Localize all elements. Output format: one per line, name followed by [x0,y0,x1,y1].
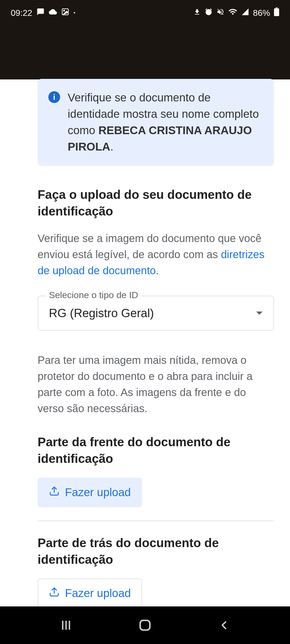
signal-icon [241,8,249,18]
cloud-icon [49,8,57,18]
divider [38,521,274,521]
battery-icon [274,8,279,18]
id-type-label: Selecione o tipo de ID [46,290,142,300]
chevron-down-icon [256,312,263,315]
upload-front-label: Fazer upload [65,486,131,499]
back-section-title: Parte de trás do documento de identifica… [38,535,274,568]
front-section-title: Parte da frente do documento de identifi… [38,434,274,467]
back-button[interactable] [217,619,231,632]
id-type-value: RG (Registro Geral) [49,306,154,320]
mute-icon [216,8,224,18]
svg-rect-3 [276,8,277,8]
home-button[interactable] [138,618,152,632]
dot-icon: • [74,10,75,16]
image-instructions: Para ter uma imagem mais nítida, remova … [38,352,274,416]
info-icon: i [48,91,60,103]
upload-icon [49,486,60,499]
status-right: 86% [193,7,279,19]
recents-button[interactable] [59,619,73,632]
upload-back-label: Fazer upload [65,587,131,600]
info-suffix: . [110,140,114,153]
upload-desc-suffix: . [156,265,159,276]
content-area: i Verifique se o documento de identidade… [0,79,290,644]
header-dark [0,26,290,79]
status-time: 09:22 [11,8,32,18]
id-type-select-container: Selecione o tipo de ID RG (Registro Gera… [38,296,274,331]
wifi-icon [228,7,237,19]
image-icon [61,8,69,18]
alarm-icon [205,8,213,18]
upload-front-button[interactable]: Fazer upload [38,478,142,507]
battery-percent: 86% [253,8,270,18]
upload-description: Verifique se a imagem do documento que v… [38,230,274,279]
upload-icon [49,587,60,600]
upload-back-button[interactable]: Fazer upload [38,579,142,608]
status-left: 09:22 • [11,8,75,18]
svg-rect-2 [274,8,279,16]
upload-section-title: Faça o upload do seu documento de identi… [38,186,274,219]
svg-rect-9 [140,620,150,630]
download-icon [193,8,201,18]
message-icon [37,8,45,18]
id-type-select[interactable]: RG (Registro Geral) [38,296,274,331]
info-text: Verifique se o documento de identidade m… [68,90,263,155]
svg-point-1 [64,10,65,11]
info-box: i Verifique se o documento de identidade… [38,79,274,166]
status-bar: 09:22 • 86% [0,0,290,26]
nav-bar [0,606,290,644]
